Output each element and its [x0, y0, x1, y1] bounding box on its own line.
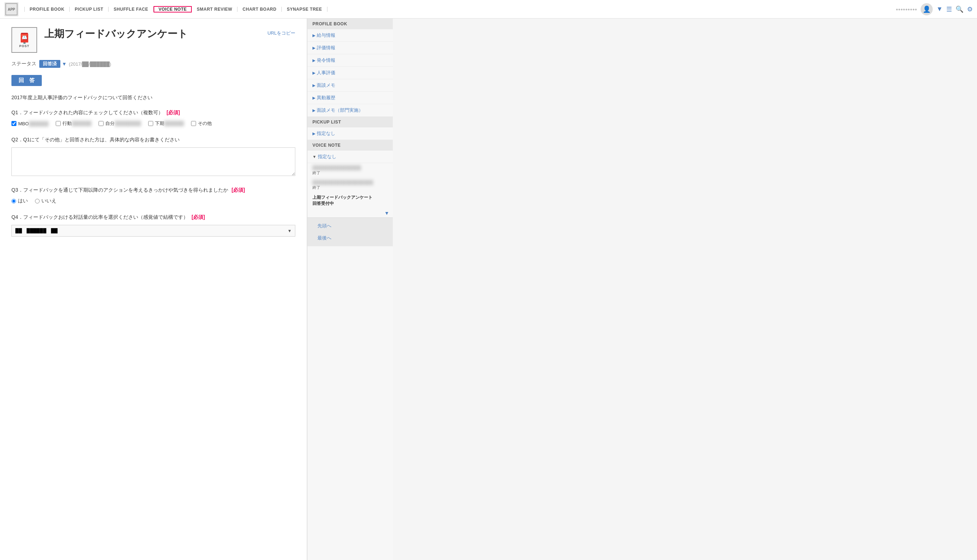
voice-item-active[interactable]: 上期フィードバックアンケート回答受付中 — [307, 192, 393, 209]
question-2: Q2．Q1にて「その他」と回答された方は、具体的な内容をお書きください — [12, 137, 295, 177]
scroll-to-top-button[interactable]: 先頭へ — [312, 220, 388, 232]
q2-textarea[interactable] — [12, 147, 295, 176]
page-header: 📮 POST 上期フィードバックアンケート URLをコピー — [12, 27, 295, 53]
sidebar-item-dept-memo[interactable]: ▶ 面談メモ（部門実施） — [307, 104, 393, 117]
q3-radio-no[interactable] — [35, 199, 40, 203]
q4-required: [必須] — [192, 214, 205, 220]
q1-option-sonota[interactable]: その他 — [191, 120, 212, 127]
sidebar-item-hr-eval[interactable]: ▶ 人事評価 — [307, 67, 393, 79]
app-logo[interactable]: APP — [4, 2, 18, 17]
sidebar-item-memo[interactable]: ▶ 面談メモ — [307, 79, 393, 92]
nav-items: PROFILE BOOK PICKUP LIST SHUFFLE FACE VO… — [24, 6, 895, 12]
q1-text: Q1．フィードバックされた内容にチェックしてください（複数可） [必須] — [12, 110, 295, 116]
q1-checkbox-kodo[interactable] — [56, 121, 61, 126]
sidebar-item-evaluation[interactable]: ▶ 評価情報 — [307, 42, 393, 54]
nav-item-chart-board[interactable]: CHART BOARD — [237, 7, 282, 12]
status-dropdown[interactable]: ▼ — [62, 61, 67, 67]
arrow-down-icon: ▼ — [312, 155, 316, 159]
q1-label-shimo: 下期██████ — [155, 120, 184, 127]
list-icon[interactable]: ☰ — [946, 5, 952, 13]
voice-title-2[interactable]: ████████████████████ — [312, 180, 388, 185]
nav-right: ●●●●●●●●● 👤 ▼ ☰ 🔍 ⚙ — [895, 3, 973, 15]
search-icon[interactable]: 🔍 — [955, 5, 964, 13]
q1-label-sonota: その他 — [198, 120, 212, 127]
scroll-down-indicator: ▼ — [307, 209, 393, 217]
sidebar: PROFILE BOOK ▶ 給与情報 ▶ 評価情報 ▶ 発令情報 ▶ 人事評価… — [307, 18, 393, 560]
q1-options: MBO██████ 行動██████ 自分████████ 下期██████ そ… — [12, 120, 295, 127]
page-title-area: 上期フィードバックアンケート — [44, 27, 261, 41]
q1-checkbox-mbo[interactable] — [12, 121, 17, 126]
sidebar-label-voice-none: 指定なし — [318, 153, 336, 160]
nav-item-smart-review[interactable]: SMART REVIEW — [192, 7, 237, 12]
arrow-icon: ▶ — [312, 96, 315, 100]
scroll-to-bottom-button[interactable]: 最後へ — [312, 232, 388, 244]
q1-option-kodo[interactable]: 行動██████ — [56, 120, 92, 127]
q1-checkbox-shimo[interactable] — [148, 121, 153, 126]
q1-option-shimo[interactable]: 下期██████ — [148, 120, 184, 127]
question-3: Q3．フィードバックを通じて下期以降のアクションを考えるきっかけや気づきを得られ… — [12, 187, 295, 204]
q3-options: はい いいえ — [12, 198, 295, 204]
layout: 📮 POST 上期フィードバックアンケート URLをコピー ステータス 回答済 … — [0, 18, 977, 560]
sidebar-item-salary[interactable]: ▶ 給与情報 — [307, 29, 393, 42]
voice-title-1[interactable]: ████████████████ — [312, 165, 388, 170]
sidebar-label-memo: 面談メモ — [317, 82, 335, 88]
sidebar-profile-book-header: PROFILE BOOK — [307, 18, 393, 29]
nav-item-profile-book[interactable]: PROFILE BOOK — [24, 7, 70, 12]
main-content: 📮 POST 上期フィードバックアンケート URLをコピー ステータス 回答済 … — [0, 18, 307, 560]
status-row: ステータス 回答済 ▼ (2017/██/██████) — [12, 60, 295, 68]
q3-label-no: いいえ — [42, 198, 57, 204]
q3-label-yes: はい — [18, 198, 28, 204]
nav-item-synapse-tree[interactable]: SYNAPSE TREE — [282, 7, 327, 12]
sidebar-item-voice-section[interactable]: ▼ 指定なし — [307, 151, 393, 163]
voice-item-1: ████████████████ 終了 — [307, 163, 393, 178]
nav-item-shuffle-face[interactable]: SHUFFLE FACE — [109, 7, 154, 12]
q4-text: Q4．フィードバックおける対話量の比率を選択ください（感覚値で結構です） [必須… — [12, 214, 295, 220]
sidebar-item-order[interactable]: ▶ 発令情報 — [307, 54, 393, 67]
answer-button[interactable]: 回 答 — [12, 75, 42, 86]
voice-status-2: 終了 — [312, 185, 388, 190]
q1-required: [必須] — [167, 110, 180, 115]
voice-status-1: 終了 — [312, 170, 388, 176]
q1-checkbox-sonota[interactable] — [191, 121, 196, 126]
q4-select-wrap: ██ ██████ ██ ▼ — [12, 225, 295, 237]
post-icon-label: POST — [19, 44, 30, 48]
arrow-icon: ▶ — [312, 131, 315, 136]
sidebar-item-transfer[interactable]: ▶ 異動履歴 — [307, 92, 393, 104]
avatar[interactable]: 👤 — [920, 3, 933, 15]
settings-icon[interactable]: ⚙ — [967, 5, 973, 13]
form-description: 2017年度上期人事評価のフィードバックについて回答ください — [12, 95, 295, 101]
sidebar-label-evaluation: 評価情報 — [317, 45, 335, 51]
q1-option-jibun[interactable]: 自分████████ — [99, 120, 141, 127]
sidebar-item-pickup-none[interactable]: ▶ 指定なし — [307, 127, 393, 140]
q1-checkbox-jibun[interactable] — [99, 121, 104, 126]
q3-radio-yes[interactable] — [12, 199, 16, 203]
arrow-icon: ▶ — [312, 33, 315, 38]
nav-item-voice-note[interactable]: VOICE NOTE — [154, 6, 192, 12]
sidebar-label-transfer: 異動履歴 — [317, 95, 335, 101]
sidebar-label-pickup-none: 指定なし — [317, 130, 335, 137]
q1-label-mbo: MBO██████ — [18, 121, 48, 127]
q1-label-kodo: 行動██████ — [62, 120, 92, 127]
q3-option-yes[interactable]: はい — [12, 198, 28, 204]
q4-select[interactable]: ██ ██████ ██ — [12, 225, 295, 237]
sidebar-label-dept-memo: 面談メモ（部門実施） — [317, 107, 363, 113]
nav-bar: APP PROFILE BOOK PICKUP LIST SHUFFLE FAC… — [0, 0, 977, 18]
svg-text:APP: APP — [8, 7, 15, 12]
q3-option-no[interactable]: いいえ — [35, 198, 57, 204]
post-icon-symbol: 📮 — [18, 32, 31, 44]
q1-option-mbo[interactable]: MBO██████ — [12, 121, 48, 127]
sidebar-footer: 先頭へ 最後へ — [307, 217, 393, 246]
sidebar-voice-header: VOICE NOTE — [307, 140, 393, 151]
status-value: 回答済 — [39, 60, 60, 68]
dropdown-icon[interactable]: ▼ — [936, 5, 943, 13]
question-4: Q4．フィードバックおける対話量の比率を選択ください（感覚値で結構です） [必須… — [12, 214, 295, 237]
sidebar-label-hr-eval: 人事評価 — [317, 70, 335, 76]
page-title: 上期フィードバックアンケート — [44, 27, 261, 41]
arrow-icon: ▶ — [312, 58, 315, 63]
scroll-down-icon[interactable]: ▼ — [384, 210, 389, 216]
nav-item-pickup-list[interactable]: PICKUP LIST — [70, 7, 109, 12]
q1-label-jibun: 自分████████ — [105, 120, 141, 127]
user-info: ●●●●●●●●● — [895, 7, 917, 12]
url-copy-button[interactable]: URLをコピー — [267, 30, 295, 37]
q3-text: Q3．フィードバックを通じて下期以降のアクションを考えるきっかけや気づきを得られ… — [12, 187, 295, 193]
